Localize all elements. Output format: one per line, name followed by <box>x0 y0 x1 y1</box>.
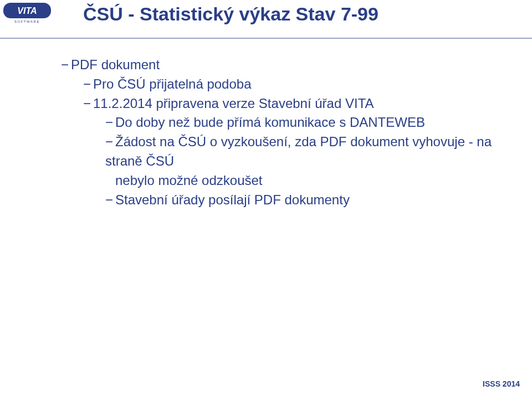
bullet-text: Pro ČSÚ přijatelná podoba <box>93 76 252 91</box>
bullet-text: PDF dokument <box>71 57 160 72</box>
dash-icon: − <box>83 75 93 94</box>
logo-brand-text: VITA <box>17 6 37 16</box>
slide-title: ČSÚ - Statistický výkaz Stav 7-99 <box>83 3 378 25</box>
bullet-text: nebylo možné odzkoušet <box>115 173 263 188</box>
logo-sub-text: SOFTWARE <box>14 20 40 23</box>
bullet-l1: −PDF dokument <box>61 55 515 75</box>
bullet-text: Do doby než bude přímá komunikace s DANT… <box>115 115 425 130</box>
bullet-l3: −Stavební úřady posílají PDF dokumenty <box>105 191 515 210</box>
slide-header: VITA SOFTWARE ČSÚ - Statistický výkaz St… <box>0 0 532 39</box>
dash-icon: − <box>105 113 115 132</box>
vita-logo: VITA SOFTWARE <box>3 3 51 24</box>
dash-icon: − <box>105 132 115 152</box>
bullet-l2: −Pro ČSÚ přijatelná podoba <box>83 75 515 94</box>
bullet-text: Žádost na ČSÚ o vyzkoušení, zda PDF doku… <box>105 134 492 168</box>
bullet-l2: −11.2.2014 připravena verze Stavební úřa… <box>83 94 515 114</box>
bullet-l3: −Žádost na ČSÚ o vyzkoušení, zda PDF dok… <box>105 132 515 171</box>
bullet-text: 11.2.2014 připravena verze Stavební úřad… <box>93 96 374 111</box>
dash-icon: − <box>83 94 93 114</box>
dash-icon: − <box>61 55 71 75</box>
dash-icon: − <box>105 191 115 210</box>
slide-footer: ISSS 2014 <box>483 379 520 388</box>
bullet-l3: −Do doby než bude přímá komunikace s DAN… <box>105 113 515 132</box>
bullet-l3-cont: nebylo možné odzkoušet <box>115 171 515 191</box>
bullet-text: Stavební úřady posílají PDF dokumenty <box>115 192 350 207</box>
slide-content: −PDF dokument −Pro ČSÚ přijatelná podoba… <box>0 39 532 209</box>
